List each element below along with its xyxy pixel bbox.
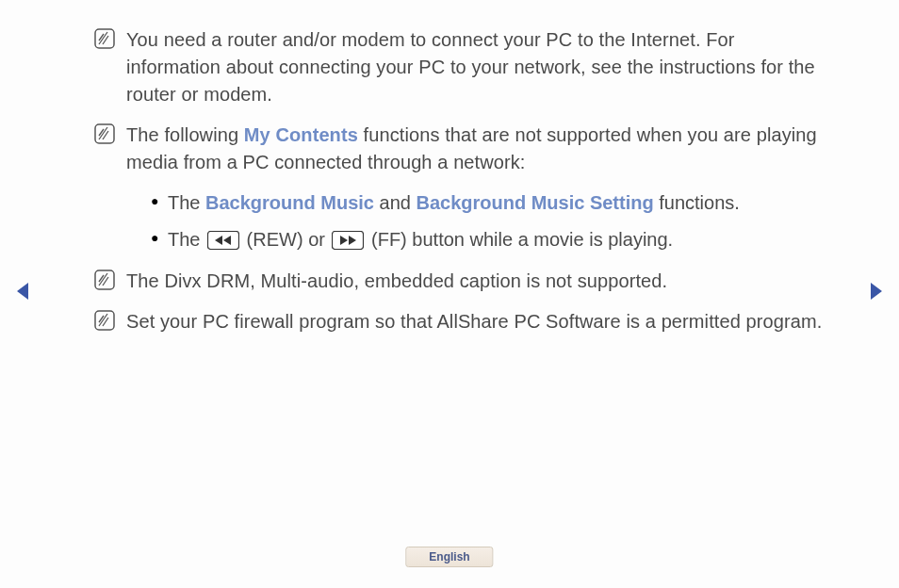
note-icon: [94, 270, 115, 290]
text-span: (REW) or: [241, 229, 330, 250]
text-span: The: [168, 192, 205, 213]
note-icon: [94, 310, 115, 331]
highlight-bg-music-setting: Background Music Setting: [416, 192, 653, 213]
bullet-icon: ●: [151, 193, 168, 208]
text-span: and: [374, 192, 416, 213]
svg-rect-2: [95, 29, 114, 48]
note-text: Set your PC firewall program so that All…: [126, 308, 829, 335]
note-text: The Divx DRM, Multi-audio, embedded capt…: [126, 268, 829, 295]
note-item: Set your PC firewall program so that All…: [94, 308, 829, 335]
list-text: The (REW) or (FF) button while a movie i…: [168, 226, 829, 254]
note-icon: [94, 28, 115, 49]
text-span: functions.: [654, 192, 740, 213]
highlight-bg-music: Background Music: [205, 192, 374, 213]
highlight-my-contents: My Contents: [244, 124, 358, 145]
text-span: (FF) button while a movie is playing.: [366, 229, 673, 250]
rewind-icon: [207, 227, 239, 254]
list-text: The Background Music and Background Musi…: [168, 189, 829, 217]
sub-list: ● The Background Music and Background Mu…: [151, 189, 829, 254]
text-span: The: [168, 229, 205, 250]
svg-marker-1: [871, 283, 882, 300]
note-item: The Divx DRM, Multi-audio, embedded capt…: [94, 268, 829, 295]
note-text: The following My Contents functions that…: [126, 122, 829, 176]
svg-rect-3: [95, 124, 114, 143]
language-badge[interactable]: English: [405, 547, 493, 567]
page-content: You need a router and/or modem to connec…: [94, 26, 829, 349]
svg-rect-10: [95, 270, 114, 289]
note-item: You need a router and/or modem to connec…: [94, 26, 829, 108]
note-text: You need a router and/or modem to connec…: [126, 26, 829, 108]
bullet-icon: ●: [151, 230, 168, 245]
note-item: The following My Contents functions that…: [94, 122, 829, 176]
note-icon: [94, 123, 115, 144]
svg-marker-0: [17, 283, 28, 300]
list-item: ● The Background Music and Background Mu…: [151, 189, 829, 217]
fast-forward-icon: [332, 227, 364, 254]
nav-next-button[interactable]: [865, 281, 886, 302]
nav-prev-button[interactable]: [13, 281, 34, 302]
list-item: ● The (REW) or (FF) button while a movie…: [151, 226, 829, 254]
text-span: The following: [126, 124, 244, 145]
svg-rect-11: [95, 311, 114, 330]
